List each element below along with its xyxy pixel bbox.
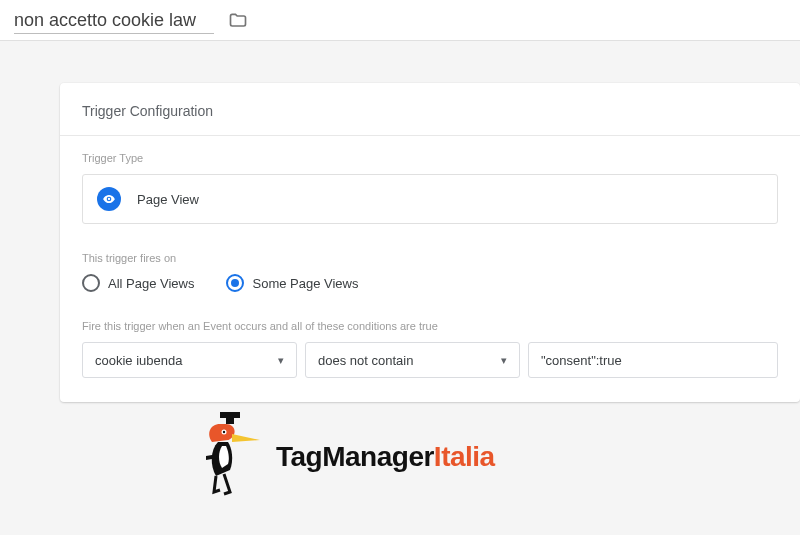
- brand-suffix: Italia: [434, 441, 495, 472]
- svg-rect-0: [220, 412, 240, 418]
- brand-prefix: TagManager: [276, 441, 434, 472]
- woodpecker-icon: [200, 410, 270, 504]
- select-value: cookie iubenda: [95, 353, 182, 368]
- conditions-label: Fire this trigger when an Event occurs a…: [82, 320, 778, 332]
- condition-value-input[interactable]: "consent":true: [528, 342, 778, 378]
- radio-label: Some Page Views: [252, 276, 358, 291]
- trigger-config-card: Trigger Configuration Trigger Type Page …: [60, 83, 800, 402]
- header-bar: non accetto cookie law: [0, 0, 800, 41]
- trigger-type-name: Page View: [137, 192, 199, 207]
- condition-operator-select[interactable]: does not contain: [305, 342, 520, 378]
- fires-on-radios: All Page Views Some Page Views: [82, 274, 778, 292]
- select-value: does not contain: [318, 353, 413, 368]
- radio-label: All Page Views: [108, 276, 194, 291]
- input-value: "consent":true: [541, 353, 622, 368]
- trigger-type-label: Trigger Type: [82, 152, 778, 164]
- eye-icon: [97, 187, 121, 211]
- brand-text: TagManagerItalia: [276, 441, 495, 473]
- condition-variable-select[interactable]: cookie iubenda: [82, 342, 297, 378]
- radio-all-page-views[interactable]: All Page Views: [82, 274, 194, 292]
- trigger-name-input[interactable]: non accetto cookie law: [14, 8, 214, 34]
- fires-on-label: This trigger fires on: [82, 252, 778, 264]
- card-title: Trigger Configuration: [60, 83, 800, 136]
- trigger-type-selector[interactable]: Page View: [82, 174, 778, 224]
- radio-some-page-views[interactable]: Some Page Views: [226, 274, 358, 292]
- condition-row: cookie iubenda does not contain "consent…: [82, 342, 778, 378]
- folder-icon[interactable]: [228, 11, 248, 31]
- brand-logo: TagManagerItalia: [200, 410, 495, 504]
- radio-icon: [226, 274, 244, 292]
- card-body: Trigger Type Page View This trigger fire…: [60, 136, 800, 402]
- svg-point-3: [223, 431, 225, 433]
- svg-rect-1: [226, 418, 234, 424]
- radio-icon: [82, 274, 100, 292]
